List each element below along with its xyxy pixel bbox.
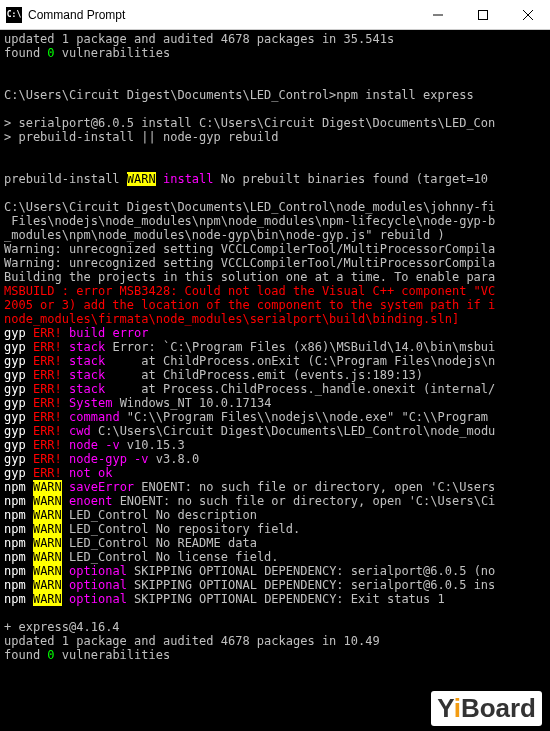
terminal-segment: WARN	[33, 592, 62, 606]
terminal-segment: npm	[4, 564, 26, 578]
terminal-segment: npm	[4, 578, 26, 592]
terminal-segment: v3.8.0	[149, 452, 200, 466]
terminal-segment: WARN	[33, 550, 62, 564]
terminal-line	[4, 60, 546, 74]
terminal-segment: ERR!	[33, 326, 62, 340]
terminal-segment: + express@4.16.4	[4, 620, 120, 634]
terminal-segment	[62, 578, 69, 592]
terminal-segment: No prebuilt binaries found (target=10	[214, 172, 489, 186]
terminal-line: > serialport@6.0.5 install C:\Users\Circ…	[4, 116, 546, 130]
close-button[interactable]	[505, 0, 550, 29]
terminal-segment	[62, 340, 69, 354]
terminal-segment: C:\Users\Circuit Digest\Documents\LED_Co…	[4, 88, 474, 102]
terminal-line: Warning: unrecognized setting VCCLCompil…	[4, 242, 546, 256]
terminal-segment: WARN	[33, 508, 62, 522]
terminal-line: node_modules\firmata\node_modules\serial…	[4, 312, 546, 326]
terminal-line: C:\Users\Circuit Digest\Documents\LED_Co…	[4, 200, 546, 214]
terminal-line: 2005 or 3) add the location of the compo…	[4, 298, 546, 312]
terminal-segment: gyp	[4, 354, 26, 368]
terminal-segment: node-gyp -v	[69, 452, 148, 466]
terminal-segment: npm	[4, 494, 26, 508]
terminal-segment	[26, 536, 33, 550]
terminal-segment: ERR!	[33, 452, 62, 466]
terminal-segment: WARN	[33, 494, 62, 508]
terminal-segment: npm	[4, 592, 26, 606]
terminal-segment: 0	[47, 46, 54, 60]
terminal-segment	[26, 508, 33, 522]
terminal-segment: LED_Control No README data	[62, 536, 257, 550]
terminal-line: gyp ERR! cwd C:\Users\Circuit Digest\Doc…	[4, 424, 546, 438]
terminal-segment: ERR!	[33, 368, 62, 382]
terminal-segment	[26, 354, 33, 368]
terminal-segment: stack	[69, 354, 105, 368]
terminal-segment: stack	[69, 382, 105, 396]
terminal-segment: npm	[4, 480, 26, 494]
terminal-line: updated 1 package and audited 4678 packa…	[4, 634, 546, 648]
terminal-segment: gyp	[4, 368, 26, 382]
terminal-segment	[26, 452, 33, 466]
minimize-button[interactable]	[415, 0, 460, 29]
terminal-line	[4, 606, 546, 620]
terminal-segment	[62, 410, 69, 424]
terminal-segment: optional	[69, 564, 127, 578]
terminal-output[interactable]: updated 1 package and audited 4678 packa…	[0, 30, 550, 664]
terminal-line: gyp ERR! node -v v10.15.3	[4, 438, 546, 452]
terminal-segment: C:\Users\Circuit Digest\Documents\LED_Co…	[4, 200, 495, 214]
terminal-segment	[62, 494, 69, 508]
terminal-segment: ENOENT: no such file or directory, open …	[134, 480, 495, 494]
terminal-segment: updated 1 package and audited 4678 packa…	[4, 32, 394, 46]
terminal-segment: System	[69, 396, 112, 410]
terminal-segment	[62, 480, 69, 494]
terminal-segment: > serialport@6.0.5 install C:\Users\Circ…	[4, 116, 495, 130]
cmd-icon: C:\	[6, 7, 22, 23]
terminal-segment: gyp	[4, 326, 26, 340]
terminal-line: npm WARN LED_Control No description	[4, 508, 546, 522]
terminal-segment: v10.15.3	[120, 438, 185, 452]
terminal-segment: C:\Users\Circuit Digest\Documents\LED_Co…	[91, 424, 496, 438]
terminal-segment: 0	[47, 648, 54, 662]
terminal-line: prebuild-install WARN install No prebuil…	[4, 172, 546, 186]
terminal-segment: Windows_NT 10.0.17134	[112, 396, 271, 410]
terminal-line: Files\nodejs\node_modules\npm\node_modul…	[4, 214, 546, 228]
window-title: Command Prompt	[28, 8, 415, 22]
terminal-segment	[26, 592, 33, 606]
terminal-segment: MSBUILD : error MSB3428: Could not load …	[4, 284, 495, 298]
terminal-segment	[62, 592, 69, 606]
terminal-line: found 0 vulnerabilities	[4, 46, 546, 60]
terminal-segment	[26, 382, 33, 396]
terminal-line	[4, 74, 546, 88]
terminal-segment: prebuild-install	[4, 172, 127, 186]
terminal-line: updated 1 package and audited 4678 packa…	[4, 32, 546, 46]
terminal-segment	[156, 172, 163, 186]
terminal-segment: gyp	[4, 410, 26, 424]
terminal-segment: ERR!	[33, 382, 62, 396]
terminal-line: Building the projects in this solution o…	[4, 270, 546, 284]
terminal-segment: optional	[69, 592, 127, 606]
terminal-segment: ERR!	[33, 396, 62, 410]
terminal-line: > prebuild-install || node-gyp rebuild	[4, 130, 546, 144]
terminal-segment: LED_Control No description	[62, 508, 257, 522]
terminal-segment: vulnerabilities	[55, 46, 171, 60]
terminal-line: gyp ERR! stack at ChildProcess.onExit (C…	[4, 354, 546, 368]
terminal-line: npm WARN enoent ENOENT: no such file or …	[4, 494, 546, 508]
terminal-segment: install	[163, 172, 214, 186]
terminal-segment	[62, 466, 69, 480]
terminal-segment	[26, 480, 33, 494]
terminal-segment: _modules\npm\node_modules\node-gyp\bin\n…	[4, 228, 445, 242]
terminal-segment	[4, 186, 11, 200]
terminal-line: C:\Users\Circuit Digest\Documents\LED_Co…	[4, 88, 546, 102]
terminal-line: Warning: unrecognized setting VCCLCompil…	[4, 256, 546, 270]
terminal-segment	[26, 340, 33, 354]
terminal-segment: build error	[69, 326, 148, 340]
terminal-line: _modules\npm\node_modules\node-gyp\bin\n…	[4, 228, 546, 242]
terminal-segment: ENOENT: no such file or directory, open …	[112, 494, 495, 508]
maximize-button[interactable]	[460, 0, 505, 29]
terminal-segment	[62, 438, 69, 452]
terminal-line	[4, 186, 546, 200]
terminal-segment: ERR!	[33, 466, 62, 480]
terminal-segment	[4, 74, 11, 88]
terminal-segment: Warning: unrecognized setting VCCLCompil…	[4, 256, 495, 270]
terminal-segment	[26, 424, 33, 438]
svg-rect-1	[478, 10, 487, 19]
terminal-segment: "C:\\Program Files\\nodejs\\node.exe" "C…	[120, 410, 496, 424]
